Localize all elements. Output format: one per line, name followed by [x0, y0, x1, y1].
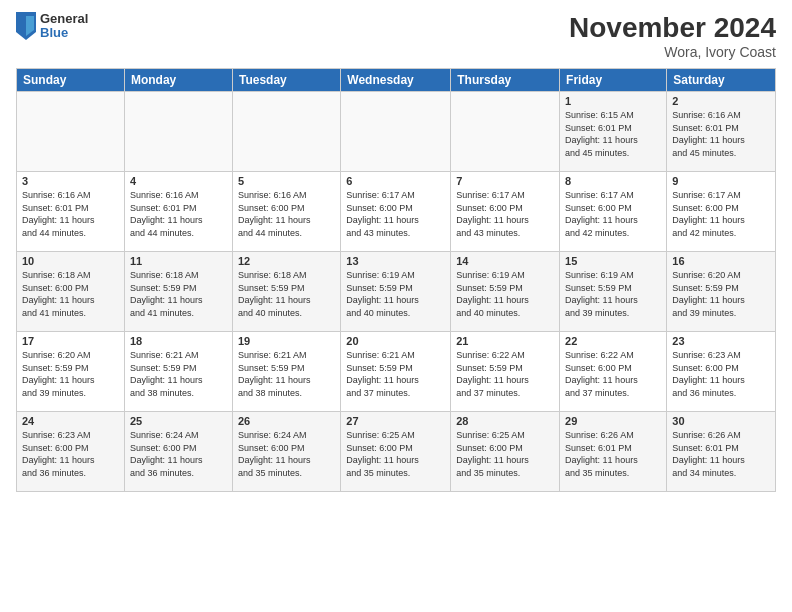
header-friday: Friday	[560, 69, 667, 92]
day-info: Sunrise: 6:26 AM Sunset: 6:01 PM Dayligh…	[672, 429, 770, 479]
table-row: 27Sunrise: 6:25 AM Sunset: 6:00 PM Dayli…	[341, 412, 451, 492]
table-row: 11Sunrise: 6:18 AM Sunset: 5:59 PM Dayli…	[124, 252, 232, 332]
table-row: 19Sunrise: 6:21 AM Sunset: 5:59 PM Dayli…	[232, 332, 340, 412]
table-row: 4Sunrise: 6:16 AM Sunset: 6:01 PM Daylig…	[124, 172, 232, 252]
day-info: Sunrise: 6:18 AM Sunset: 5:59 PM Dayligh…	[238, 269, 335, 319]
table-row: 18Sunrise: 6:21 AM Sunset: 5:59 PM Dayli…	[124, 332, 232, 412]
day-info: Sunrise: 6:20 AM Sunset: 5:59 PM Dayligh…	[672, 269, 770, 319]
day-number: 4	[130, 175, 227, 187]
table-row: 1Sunrise: 6:15 AM Sunset: 6:01 PM Daylig…	[560, 92, 667, 172]
day-info: Sunrise: 6:16 AM Sunset: 6:01 PM Dayligh…	[672, 109, 770, 159]
calendar-week-row: 3Sunrise: 6:16 AM Sunset: 6:01 PM Daylig…	[17, 172, 776, 252]
day-info: Sunrise: 6:16 AM Sunset: 6:00 PM Dayligh…	[238, 189, 335, 239]
header-wednesday: Wednesday	[341, 69, 451, 92]
day-info: Sunrise: 6:17 AM Sunset: 6:00 PM Dayligh…	[565, 189, 661, 239]
calendar-subtitle: Wora, Ivory Coast	[569, 44, 776, 60]
day-info: Sunrise: 6:22 AM Sunset: 6:00 PM Dayligh…	[565, 349, 661, 399]
day-info: Sunrise: 6:16 AM Sunset: 6:01 PM Dayligh…	[22, 189, 119, 239]
day-number: 29	[565, 415, 661, 427]
day-info: Sunrise: 6:19 AM Sunset: 5:59 PM Dayligh…	[456, 269, 554, 319]
table-row: 30Sunrise: 6:26 AM Sunset: 6:01 PM Dayli…	[667, 412, 776, 492]
table-row: 6Sunrise: 6:17 AM Sunset: 6:00 PM Daylig…	[341, 172, 451, 252]
table-row	[124, 92, 232, 172]
header-sunday: Sunday	[17, 69, 125, 92]
day-number: 16	[672, 255, 770, 267]
day-info: Sunrise: 6:18 AM Sunset: 5:59 PM Dayligh…	[130, 269, 227, 319]
header-saturday: Saturday	[667, 69, 776, 92]
table-row: 12Sunrise: 6:18 AM Sunset: 5:59 PM Dayli…	[232, 252, 340, 332]
day-number: 9	[672, 175, 770, 187]
day-info: Sunrise: 6:15 AM Sunset: 6:01 PM Dayligh…	[565, 109, 661, 159]
day-number: 14	[456, 255, 554, 267]
table-row	[341, 92, 451, 172]
day-info: Sunrise: 6:23 AM Sunset: 6:00 PM Dayligh…	[22, 429, 119, 479]
logo: General Blue	[16, 12, 88, 41]
calendar-week-row: 10Sunrise: 6:18 AM Sunset: 6:00 PM Dayli…	[17, 252, 776, 332]
calendar-table: Sunday Monday Tuesday Wednesday Thursday…	[16, 68, 776, 492]
day-number: 5	[238, 175, 335, 187]
table-row: 13Sunrise: 6:19 AM Sunset: 5:59 PM Dayli…	[341, 252, 451, 332]
day-number: 6	[346, 175, 445, 187]
day-info: Sunrise: 6:17 AM Sunset: 6:00 PM Dayligh…	[672, 189, 770, 239]
header: General Blue November 2024 Wora, Ivory C…	[16, 12, 776, 60]
day-info: Sunrise: 6:26 AM Sunset: 6:01 PM Dayligh…	[565, 429, 661, 479]
day-number: 27	[346, 415, 445, 427]
table-row: 22Sunrise: 6:22 AM Sunset: 6:00 PM Dayli…	[560, 332, 667, 412]
header-thursday: Thursday	[451, 69, 560, 92]
table-row: 8Sunrise: 6:17 AM Sunset: 6:00 PM Daylig…	[560, 172, 667, 252]
day-number: 1	[565, 95, 661, 107]
table-row: 20Sunrise: 6:21 AM Sunset: 5:59 PM Dayli…	[341, 332, 451, 412]
day-info: Sunrise: 6:24 AM Sunset: 6:00 PM Dayligh…	[130, 429, 227, 479]
day-number: 22	[565, 335, 661, 347]
table-row: 15Sunrise: 6:19 AM Sunset: 5:59 PM Dayli…	[560, 252, 667, 332]
table-row: 16Sunrise: 6:20 AM Sunset: 5:59 PM Dayli…	[667, 252, 776, 332]
table-row	[232, 92, 340, 172]
header-tuesday: Tuesday	[232, 69, 340, 92]
day-info: Sunrise: 6:18 AM Sunset: 6:00 PM Dayligh…	[22, 269, 119, 319]
table-row: 24Sunrise: 6:23 AM Sunset: 6:00 PM Dayli…	[17, 412, 125, 492]
calendar-week-row: 17Sunrise: 6:20 AM Sunset: 5:59 PM Dayli…	[17, 332, 776, 412]
day-number: 13	[346, 255, 445, 267]
day-info: Sunrise: 6:23 AM Sunset: 6:00 PM Dayligh…	[672, 349, 770, 399]
day-number: 2	[672, 95, 770, 107]
day-info: Sunrise: 6:19 AM Sunset: 5:59 PM Dayligh…	[565, 269, 661, 319]
table-row: 7Sunrise: 6:17 AM Sunset: 6:00 PM Daylig…	[451, 172, 560, 252]
table-row: 5Sunrise: 6:16 AM Sunset: 6:00 PM Daylig…	[232, 172, 340, 252]
day-number: 20	[346, 335, 445, 347]
header-monday: Monday	[124, 69, 232, 92]
day-number: 18	[130, 335, 227, 347]
calendar-week-row: 1Sunrise: 6:15 AM Sunset: 6:01 PM Daylig…	[17, 92, 776, 172]
day-number: 17	[22, 335, 119, 347]
calendar-header-row: Sunday Monday Tuesday Wednesday Thursday…	[17, 69, 776, 92]
day-info: Sunrise: 6:20 AM Sunset: 5:59 PM Dayligh…	[22, 349, 119, 399]
day-info: Sunrise: 6:16 AM Sunset: 6:01 PM Dayligh…	[130, 189, 227, 239]
table-row: 9Sunrise: 6:17 AM Sunset: 6:00 PM Daylig…	[667, 172, 776, 252]
day-info: Sunrise: 6:22 AM Sunset: 5:59 PM Dayligh…	[456, 349, 554, 399]
day-number: 12	[238, 255, 335, 267]
logo-blue: Blue	[40, 26, 88, 40]
table-row: 10Sunrise: 6:18 AM Sunset: 6:00 PM Dayli…	[17, 252, 125, 332]
day-number: 15	[565, 255, 661, 267]
calendar-week-row: 24Sunrise: 6:23 AM Sunset: 6:00 PM Dayli…	[17, 412, 776, 492]
table-row: 26Sunrise: 6:24 AM Sunset: 6:00 PM Dayli…	[232, 412, 340, 492]
day-info: Sunrise: 6:17 AM Sunset: 6:00 PM Dayligh…	[346, 189, 445, 239]
day-info: Sunrise: 6:21 AM Sunset: 5:59 PM Dayligh…	[238, 349, 335, 399]
day-info: Sunrise: 6:24 AM Sunset: 6:00 PM Dayligh…	[238, 429, 335, 479]
table-row	[17, 92, 125, 172]
table-row: 17Sunrise: 6:20 AM Sunset: 5:59 PM Dayli…	[17, 332, 125, 412]
day-number: 3	[22, 175, 119, 187]
logo-general: General	[40, 12, 88, 26]
calendar-title: November 2024	[569, 12, 776, 44]
table-row: 14Sunrise: 6:19 AM Sunset: 5:59 PM Dayli…	[451, 252, 560, 332]
day-number: 25	[130, 415, 227, 427]
day-number: 8	[565, 175, 661, 187]
day-info: Sunrise: 6:25 AM Sunset: 6:00 PM Dayligh…	[346, 429, 445, 479]
table-row: 28Sunrise: 6:25 AM Sunset: 6:00 PM Dayli…	[451, 412, 560, 492]
day-info: Sunrise: 6:25 AM Sunset: 6:00 PM Dayligh…	[456, 429, 554, 479]
day-number: 21	[456, 335, 554, 347]
day-number: 28	[456, 415, 554, 427]
table-row	[451, 92, 560, 172]
day-info: Sunrise: 6:21 AM Sunset: 5:59 PM Dayligh…	[346, 349, 445, 399]
day-number: 23	[672, 335, 770, 347]
day-info: Sunrise: 6:17 AM Sunset: 6:00 PM Dayligh…	[456, 189, 554, 239]
